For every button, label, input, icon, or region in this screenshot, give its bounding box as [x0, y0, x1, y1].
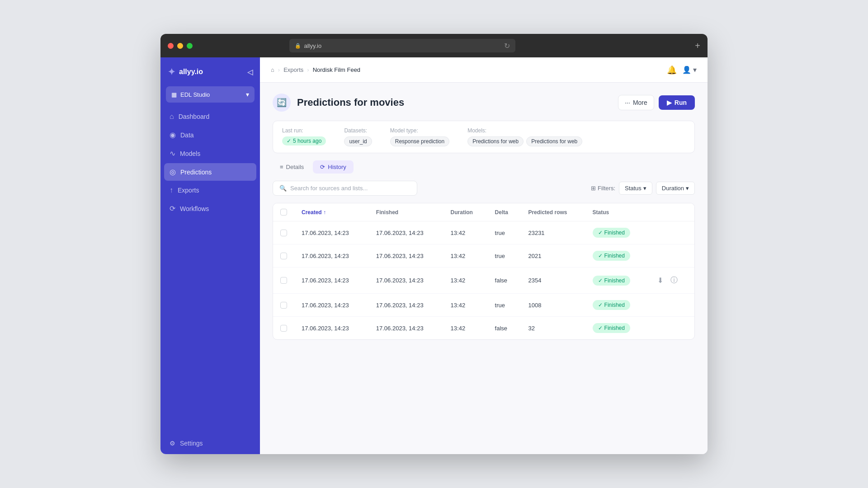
row-status-0: ✓ Finished	[585, 221, 648, 244]
row-checkbox-2[interactable]	[280, 277, 287, 284]
search-box[interactable]: 🔍 Search for sources and lists...	[273, 181, 417, 196]
status-filter-button[interactable]: Status ▾	[619, 182, 652, 195]
sidebar-item-dashboard[interactable]: ⌂ Dashboard	[164, 108, 256, 125]
reload-icon[interactable]: ↻	[504, 42, 510, 50]
filter-icon: ⊞	[591, 185, 596, 192]
sidebar-item-label-data: Data	[180, 131, 194, 139]
page-title-group: 🔄 Predictions for movies	[273, 94, 404, 112]
row-finished-0: 17.06.2023, 14:23	[369, 221, 443, 244]
search-placeholder: Search for sources and lists...	[290, 185, 368, 192]
studio-chevron: ▾	[246, 91, 249, 98]
minimize-dot[interactable]	[177, 43, 183, 49]
model-type-label: Model type:	[390, 127, 449, 134]
row-finished-1: 17.06.2023, 14:23	[369, 244, 443, 267]
maximize-dot[interactable]	[187, 43, 193, 49]
models-badge-1: Predictions for web	[467, 136, 524, 146]
sidebar-item-label-dashboard: Dashboard	[179, 113, 210, 120]
row-duration-0: 13:42	[443, 221, 488, 244]
run-icon: ▶	[667, 99, 672, 106]
info-icon[interactable]: ⓘ	[669, 274, 679, 287]
breadcrumb: ⌂ › Exports › Nordisk Film Feed	[271, 66, 360, 73]
row-status-2: ✓ Finished	[585, 267, 648, 294]
avatar-icon: 👤	[682, 66, 691, 74]
url-text: allyy.io	[304, 42, 321, 49]
duration-column-header: Duration	[443, 203, 488, 221]
row-status-1: ✓ Finished	[585, 244, 648, 267]
sidebar: ✦ allyy.io ◁ ▦ EDL Studio ▾ ⌂ Dashboard	[160, 57, 260, 454]
filter-group: ⊞ Filters: Status ▾ Duration ▾	[591, 182, 695, 195]
row-status-3: ✓ Finished	[585, 294, 648, 317]
studio-selector[interactable]: ▦ EDL Studio ▾	[166, 86, 255, 103]
model-type-badge: Response prediction	[390, 136, 449, 146]
avatar-chevron: ▾	[693, 66, 697, 74]
page-title-icon: 🔄	[273, 94, 291, 112]
studio-label-group: ▦ EDL Studio	[171, 91, 210, 98]
info-model-type: Model type: Response prediction	[390, 127, 449, 146]
duration-filter-button[interactable]: Duration ▾	[656, 182, 695, 195]
close-dot[interactable]	[168, 43, 174, 49]
row-actions-3	[648, 294, 694, 317]
topbar: ⌂ › Exports › Nordisk Film Feed 🔔 👤 ▾	[260, 57, 708, 83]
info-models: Models: Predictions for web Predictions …	[467, 127, 582, 146]
table-row: 17.06.2023, 14:23 17.06.2023, 14:23 13:4…	[273, 267, 694, 294]
duration-filter-chevron: ▾	[686, 185, 689, 192]
sidebar-item-data[interactable]: ◉ Data	[164, 126, 256, 144]
row-checkbox-3[interactable]	[280, 302, 287, 309]
breadcrumb-home[interactable]: ⌂	[271, 66, 274, 73]
run-button[interactable]: ▶ Run	[659, 95, 695, 110]
sidebar-item-workflows[interactable]: ⟳ Workflows	[164, 200, 256, 217]
row-predicted-rows-1: 2021	[521, 244, 585, 267]
filters-label: ⊞ Filters:	[591, 185, 615, 192]
workflows-icon: ⟳	[170, 204, 175, 213]
sidebar-item-exports[interactable]: ↑ Exports	[164, 182, 256, 199]
row-created-3: 17.06.2023, 14:23	[294, 294, 369, 317]
avatar-button[interactable]: 👤 ▾	[682, 66, 697, 74]
created-column-header[interactable]: Created ↑	[294, 203, 369, 221]
more-button[interactable]: ··· More	[618, 95, 654, 110]
studio-icon: ▦	[171, 91, 177, 98]
tab-history[interactable]: ⟳ History	[313, 160, 353, 174]
row-actions-4	[648, 317, 694, 340]
settings-icon: ⚙	[170, 440, 175, 447]
row-created-2: 17.06.2023, 14:23	[294, 267, 369, 294]
row-checkbox-1[interactable]	[280, 253, 287, 259]
status-filter-chevron: ▾	[643, 185, 646, 192]
row-predicted-rows-4: 32	[521, 317, 585, 340]
sidebar-settings[interactable]: ⚙ Settings	[160, 432, 260, 454]
history-table: Created ↑ Finished Duration Delta Predic…	[273, 203, 695, 340]
row-predicted-rows-0: 23231	[521, 221, 585, 244]
breadcrumb-current: Nordisk Film Feed	[313, 66, 360, 73]
row-delta-0: true	[488, 221, 521, 244]
url-bar[interactable]: 🔒 allyy.io ↻	[289, 39, 515, 52]
breadcrumb-exports[interactable]: Exports	[283, 66, 303, 73]
sidebar-item-models[interactable]: ∿ Models	[164, 145, 256, 162]
sidebar-item-label-workflows: Workflows	[180, 205, 209, 212]
row-checkbox-4[interactable]	[280, 325, 287, 332]
select-all-checkbox[interactable]	[280, 209, 287, 216]
actions-column-header	[648, 203, 694, 221]
tab-details[interactable]: ≡ Details	[273, 160, 311, 174]
notification-bell-icon[interactable]: 🔔	[667, 65, 677, 75]
last-run-text: 5 hours ago	[293, 138, 321, 144]
models-icon: ∿	[170, 149, 175, 158]
details-tab-label: Details	[286, 164, 304, 170]
row-finished-4: 17.06.2023, 14:23	[369, 317, 443, 340]
download-icon[interactable]: ⬇	[656, 274, 665, 286]
row-delta-2: false	[488, 267, 521, 294]
sidebar-collapse-button[interactable]: ◁	[247, 68, 253, 76]
sidebar-item-predictions[interactable]: ◎ Predictions	[164, 163, 256, 181]
predictions-icon: ◎	[170, 168, 176, 176]
models-label: Models:	[467, 127, 582, 134]
run-label: Run	[675, 99, 687, 106]
finished-column-header: Finished	[369, 203, 443, 221]
history-tab-icon: ⟳	[320, 164, 325, 170]
add-tab-button[interactable]: +	[695, 41, 700, 51]
status-filter-label: Status	[625, 185, 642, 192]
table-row: 17.06.2023, 14:23 17.06.2023, 14:23 13:4…	[273, 244, 694, 267]
browser-dots	[168, 43, 193, 49]
logo-icon: ✦	[168, 66, 175, 77]
row-status-4: ✓ Finished	[585, 317, 648, 340]
row-checkbox-0[interactable]	[280, 230, 287, 236]
sidebar-item-label-models: Models	[180, 150, 200, 157]
exports-icon: ↑	[170, 186, 173, 194]
